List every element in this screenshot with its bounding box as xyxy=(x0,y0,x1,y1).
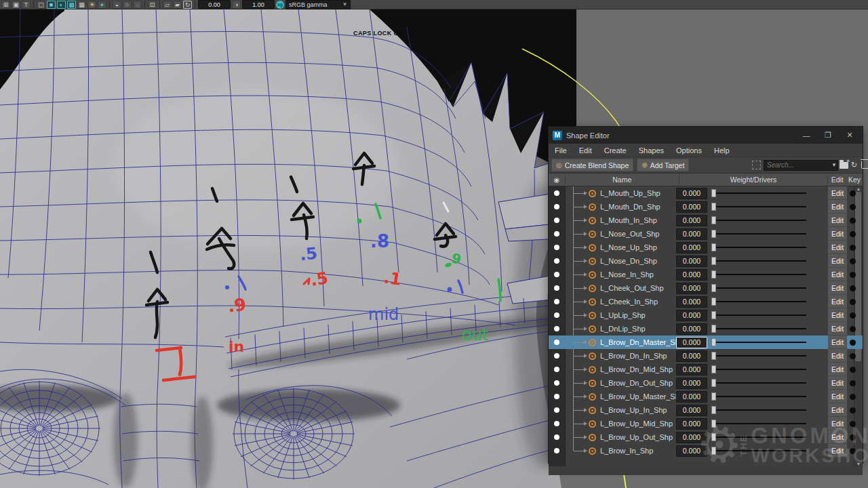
edit-button[interactable]: Edit xyxy=(828,430,847,444)
filter-icon[interactable] xyxy=(752,161,761,169)
key-button[interactable] xyxy=(847,434,858,441)
wireframe-icon[interactable]: ▢ xyxy=(37,1,45,9)
table-row[interactable]: L_Brow_Dn_Mid_Shp0.000Edit xyxy=(549,363,863,376)
weight-field[interactable]: 0.000 xyxy=(676,228,707,240)
table-row[interactable]: L_Cheek_Out_Shp0.000Edit xyxy=(549,281,863,295)
weight-slider[interactable] xyxy=(711,243,806,252)
key-button[interactable] xyxy=(847,245,858,251)
visibility-toggle[interactable] xyxy=(549,326,565,331)
weight-field[interactable]: 0.000 xyxy=(676,269,707,281)
visibility-toggle[interactable] xyxy=(549,448,565,453)
visibility-toggle[interactable] xyxy=(549,394,565,399)
edit-button[interactable]: Edit xyxy=(828,403,847,417)
table-row[interactable]: L_Brow_Up_In_Shp0.000Edit xyxy=(549,403,863,417)
textured-icon[interactable]: ◐ xyxy=(57,1,66,9)
scroll-down-icon[interactable]: ▼ xyxy=(854,462,863,466)
table-row[interactable]: L_Brow_Up_Out_Shp0.000Edit xyxy=(549,430,863,444)
edit-button[interactable]: Edit xyxy=(828,363,847,376)
edit-button[interactable]: Edit xyxy=(828,390,847,403)
weight-slider[interactable] xyxy=(711,365,806,374)
table-row[interactable]: L_Brow_Dn_In_Shp0.000Edit xyxy=(549,349,863,363)
ambient-occlusion-icon[interactable]: ○ xyxy=(123,1,132,9)
view-transform-icon[interactable]: sg xyxy=(276,1,284,9)
title-bar[interactable]: M Shape Editor — ❐ ✕ xyxy=(549,127,863,144)
table-row[interactable]: L_Cheek_In_Shp0.000Edit xyxy=(549,295,863,308)
weight-slider[interactable] xyxy=(711,324,806,333)
weight-slider[interactable] xyxy=(711,432,806,442)
weight-field[interactable]: 0.000 xyxy=(676,378,707,389)
key-button[interactable] xyxy=(847,285,858,291)
exposure-field[interactable] xyxy=(198,0,231,9)
visibility-toggle[interactable] xyxy=(549,190,565,196)
weight-slider[interactable] xyxy=(711,310,806,320)
color-space-dropdown[interactable]: sRGB gamma ▼ xyxy=(285,0,351,9)
visibility-toggle[interactable] xyxy=(549,218,565,223)
edit-button[interactable]: Edit xyxy=(828,308,847,322)
table-row[interactable]: L_Nose_Out_Shp0.000Edit xyxy=(549,227,863,241)
hud-text-icon[interactable]: T xyxy=(22,1,31,9)
weight-slider[interactable] xyxy=(711,216,806,225)
weight-field[interactable]: 0.000 xyxy=(676,337,707,348)
edit-button[interactable]: Edit xyxy=(828,376,847,390)
weight-slider[interactable] xyxy=(711,419,806,428)
key-button[interactable] xyxy=(847,218,858,224)
delete-icon[interactable] xyxy=(861,161,868,169)
xray-joints-icon[interactable]: ▰ xyxy=(173,1,182,9)
weight-slider[interactable] xyxy=(711,256,806,266)
table-row-selected[interactable]: L_Brow_Dn_Master_Shp0.000Edit xyxy=(549,336,863,349)
table-row[interactable]: L_Mouth_Dn_Shp0.000Edit xyxy=(549,200,863,214)
table-row[interactable]: L_Nose_In_Shp0.000Edit xyxy=(549,268,863,281)
key-button[interactable] xyxy=(847,448,858,454)
weight-field[interactable]: 0.000 xyxy=(676,432,707,443)
key-button[interactable] xyxy=(847,326,858,332)
edit-button[interactable]: Edit xyxy=(828,227,847,241)
edit-button[interactable]: Edit xyxy=(828,200,847,214)
name-column-header[interactable]: Name xyxy=(566,176,679,184)
key-button[interactable] xyxy=(847,204,858,210)
key-button[interactable] xyxy=(847,380,858,386)
key-button[interactable] xyxy=(847,367,858,373)
table-row[interactable]: L_Mouth_Up_Shp0.000Edit xyxy=(549,186,863,200)
visibility-toggle[interactable] xyxy=(549,204,565,209)
new-group-icon[interactable] xyxy=(840,162,848,169)
visibility-toggle[interactable] xyxy=(549,407,565,413)
weight-field[interactable]: 0.000 xyxy=(676,445,707,457)
close-button[interactable]: ✕ xyxy=(841,129,859,142)
key-button[interactable] xyxy=(847,421,858,427)
edit-button[interactable]: Edit xyxy=(828,214,847,227)
weight-field[interactable]: 0.000 xyxy=(676,323,707,335)
visibility-column-icon[interactable]: ◉ xyxy=(549,176,566,184)
table-row[interactable]: L_Brow_Dn_Out_Shp0.000Edit xyxy=(549,376,863,390)
gamma-field[interactable] xyxy=(242,0,275,9)
visibility-toggle[interactable] xyxy=(549,258,565,264)
menu-edit[interactable]: Edit xyxy=(573,146,598,155)
menu-file[interactable]: File xyxy=(549,146,573,155)
key-button[interactable] xyxy=(847,394,858,400)
search-chevron-icon[interactable]: ▼ xyxy=(831,162,837,168)
edit-button[interactable]: Edit xyxy=(828,281,847,295)
edit-button[interactable]: Edit xyxy=(828,322,847,336)
key-button[interactable] xyxy=(847,312,858,319)
xray-icon[interactable]: ▱ xyxy=(163,1,172,9)
weight-field[interactable]: 0.000 xyxy=(676,310,707,321)
weight-slider[interactable] xyxy=(711,270,806,279)
key-button[interactable] xyxy=(847,231,858,237)
checker-icon[interactable]: ▦ xyxy=(77,1,86,9)
gamma-toggle-icon[interactable]: ◑ xyxy=(232,1,241,9)
key-button[interactable] xyxy=(847,353,858,359)
edit-button[interactable]: Edit xyxy=(828,186,847,200)
table-row[interactable]: L_Brow_Up_Mid_Shp0.000Edit xyxy=(549,417,863,430)
visibility-toggle[interactable] xyxy=(549,434,565,440)
weight-field[interactable]: 0.000 xyxy=(676,242,707,253)
create-blend-shape-button[interactable]: ◎ Create Blend Shape xyxy=(551,159,633,171)
edit-button[interactable]: Edit xyxy=(828,417,847,430)
weight-slider[interactable] xyxy=(711,338,806,347)
weight-field[interactable]: 0.000 xyxy=(676,188,707,199)
menu-options[interactable]: Options xyxy=(670,146,708,155)
edit-button[interactable]: Edit xyxy=(828,268,847,281)
key-button[interactable] xyxy=(847,190,858,197)
visibility-toggle[interactable] xyxy=(549,272,565,277)
shadows-icon[interactable]: ◒ xyxy=(113,1,121,9)
weight-field[interactable]: 0.000 xyxy=(676,215,707,226)
visibility-toggle[interactable] xyxy=(549,245,565,250)
